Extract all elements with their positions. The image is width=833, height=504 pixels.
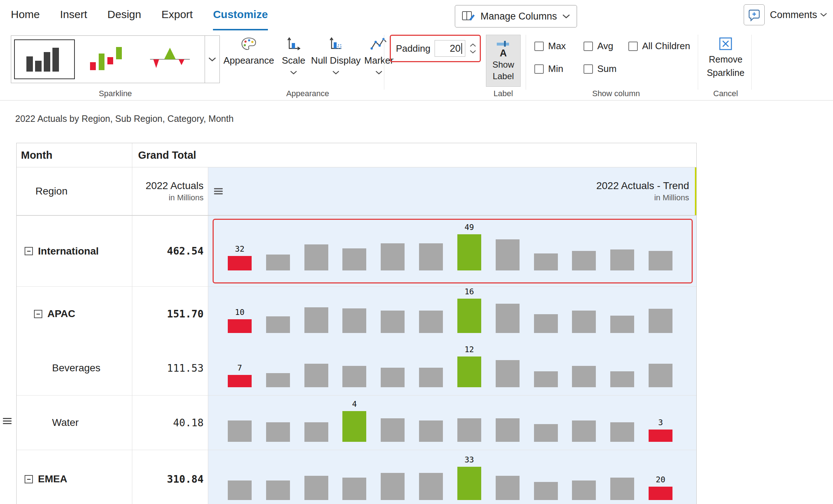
sparkline-bar-slot — [221, 480, 259, 500]
column-header-actuals[interactable]: 2022 Actuals in Millions — [132, 167, 208, 215]
appearance-button[interactable]: Appearance — [221, 37, 276, 66]
checkbox-icon[interactable] — [534, 42, 544, 51]
appearance-label: Appearance — [223, 55, 274, 66]
ribbon-divider — [384, 35, 384, 90]
row-drag-handle-icon[interactable] — [3, 417, 12, 426]
sparkline-bar — [457, 299, 481, 333]
row-label-cell[interactable]: Beverages — [17, 341, 132, 395]
sparkline-bar-slot: 4 — [335, 400, 373, 442]
drag-handle-icon[interactable] — [214, 187, 223, 196]
checkbox-min[interactable]: Min — [534, 63, 581, 74]
menu-item-design[interactable]: Design — [107, 0, 141, 30]
collapse-icon[interactable]: − — [25, 247, 33, 255]
gallery-expand-button[interactable] — [205, 36, 219, 83]
checkbox-label: Sum — [597, 63, 616, 74]
row-label-cell[interactable]: Water — [17, 396, 132, 450]
sparkline-bar-slot — [373, 418, 412, 442]
show-label-toggle[interactable]: A Show Label — [486, 35, 521, 87]
table-row-beverages: Beverages111.53712 — [17, 341, 696, 395]
chevron-up-icon[interactable] — [470, 43, 476, 47]
sparkline-bar — [381, 311, 405, 333]
manage-columns-button[interactable]: Manage Columns — [455, 5, 577, 27]
sparkline-bar — [266, 316, 290, 333]
menu-item-customize[interactable]: Customize — [213, 0, 268, 30]
checkbox-max[interactable]: Max — [534, 40, 581, 52]
sparkline-cell[interactable]: 3320 — [208, 450, 696, 504]
column-header-month[interactable]: Month — [17, 143, 132, 167]
sparkline-bar — [496, 360, 520, 387]
row-label-cell[interactable]: −APAC — [17, 287, 132, 341]
menu-item-home[interactable]: Home — [11, 0, 40, 30]
null-display-label: Null Display — [311, 55, 360, 66]
null-display-button[interactable]: Null Display — [308, 37, 364, 75]
sparkline-bar-slot: 33 — [450, 455, 488, 500]
sparkline: 3249 — [221, 223, 680, 270]
column-header-grand-total[interactable]: Grand Total — [132, 143, 696, 167]
sparkline-bar-slot — [373, 311, 412, 333]
sparkline-bar — [266, 255, 290, 270]
sparkline-bar-slot — [527, 253, 565, 270]
row-value: 462.54 — [132, 216, 208, 286]
sparkline-bar-slot — [603, 422, 641, 442]
row-label: Water — [52, 417, 79, 428]
collapse-icon[interactable]: − — [25, 475, 33, 483]
gallery-item-column-variance-sparkline[interactable] — [78, 39, 138, 79]
scale-button[interactable]: Scale — [279, 37, 308, 75]
sparkline-bar-slot — [259, 316, 297, 333]
sparkline-bar — [496, 476, 520, 500]
sparkline-cell[interactable]: 1016 — [208, 287, 696, 341]
padding-stepper[interactable] — [470, 43, 476, 54]
remove-sparkline-button[interactable]: Remove Sparkline — [703, 36, 748, 78]
padding-input[interactable]: 20 — [435, 40, 465, 57]
collapse-icon[interactable]: − — [34, 310, 42, 318]
sparkline-bar-slot — [603, 478, 641, 500]
ribbon-bottom-border — [0, 100, 833, 101]
month-header-label: Month — [21, 149, 52, 161]
column-header-trend[interactable]: 2022 Actuals - Trend in Millions — [208, 167, 696, 215]
show-label-text-2: Label — [493, 71, 514, 81]
checkbox-label: Avg — [597, 40, 613, 52]
bar-sparkline-icon — [23, 44, 66, 74]
padding-group: Padding 20 — [390, 35, 481, 62]
chevron-down-icon[interactable] — [470, 50, 476, 54]
row-dimension-header[interactable]: Region — [17, 167, 132, 215]
sparkline-bar-slot — [527, 314, 565, 333]
menu-item-insert[interactable]: Insert — [60, 0, 87, 30]
sparkline-bar — [610, 249, 634, 270]
scale-icon — [286, 37, 301, 51]
sparkline-bar — [610, 478, 634, 500]
sparkline-bar-slot — [373, 368, 412, 387]
sparkline-bar-slot — [297, 307, 336, 333]
row-label: International — [38, 245, 99, 257]
sparkline-cell[interactable]: 3249 — [208, 216, 696, 286]
checkbox-icon[interactable] — [534, 64, 544, 74]
sparkline-bar-slot — [259, 422, 297, 442]
sparkline-bar-slot — [373, 243, 412, 270]
checkbox-avg[interactable]: Avg — [584, 40, 626, 52]
sparkline-cell[interactable]: 43 — [208, 396, 696, 450]
sparkline-bar-slot — [297, 364, 336, 387]
row-value: 151.70 — [132, 287, 208, 341]
row-label-cell[interactable]: −EMEA — [17, 450, 132, 504]
sparkline-bar — [534, 424, 558, 442]
sparkline-bar — [534, 314, 558, 333]
menu-item-export[interactable]: Export — [161, 0, 193, 30]
row-label-cell[interactable]: −International — [17, 216, 132, 286]
checkbox-icon[interactable] — [628, 42, 638, 51]
section-label-sparkline: Sparkline — [11, 89, 220, 98]
sparkline-bar — [572, 311, 596, 333]
checkbox-icon[interactable] — [584, 64, 593, 74]
checkbox-all-children[interactable]: All Children — [628, 40, 704, 52]
bar-value-label: 10 — [235, 308, 245, 317]
gallery-item-bar-sparkline[interactable] — [14, 39, 75, 79]
sparkline-cell[interactable]: 712 — [208, 341, 696, 395]
add-comment-button[interactable] — [744, 4, 765, 25]
sparkline-bar-slot: 20 — [641, 475, 680, 500]
gallery-item-line-variance-sparkline[interactable] — [141, 39, 202, 79]
sparkline-bar-slot — [335, 308, 373, 333]
sparkline-bar — [419, 243, 443, 270]
comments-button[interactable]: Comments — [770, 9, 827, 21]
checkbox-icon[interactable] — [584, 42, 593, 51]
region-header-label: Region — [35, 185, 68, 197]
checkbox-sum[interactable]: Sum — [584, 63, 626, 74]
